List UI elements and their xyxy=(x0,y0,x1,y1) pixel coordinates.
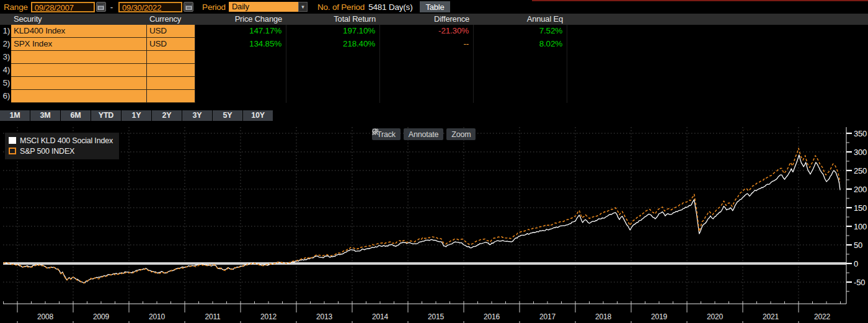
column-header-difference: Difference xyxy=(380,14,474,25)
table-row: 6) xyxy=(0,90,868,103)
chart-plot[interactable]: 2008200920102011201220132014201520162017… xyxy=(0,122,868,323)
row-number[interactable]: 3) xyxy=(0,51,11,64)
y-axis-tick-label: 200 xyxy=(854,185,867,194)
x-axis-year-label: 2014 xyxy=(372,312,388,321)
currency-input[interactable] xyxy=(147,51,195,64)
x-axis-year-label: 2012 xyxy=(260,312,277,321)
range-start-input[interactable]: 09/28/2007 xyxy=(31,2,95,12)
row-number[interactable]: 1) xyxy=(0,25,11,38)
x-axis-year-label: 2011 xyxy=(205,312,221,321)
security-input[interactable] xyxy=(11,51,147,64)
zoom-label: Zoom xyxy=(451,130,471,139)
range-label: Range xyxy=(4,2,28,12)
difference-value: -- xyxy=(380,38,474,51)
x-axis-year-label: 2008 xyxy=(37,312,53,321)
x-axis-year-label: 2017 xyxy=(539,312,556,321)
tab-10y[interactable]: 10Y xyxy=(243,110,273,121)
tab-6m[interactable]: 6M xyxy=(61,110,91,121)
price-change-value: 134.85% xyxy=(195,38,286,51)
security-input[interactable] xyxy=(11,90,147,103)
toolbar: Range 09/28/2007 - 09/30/2022 Period Dai… xyxy=(0,0,868,14)
y-axis: 350300250200150100500-50 xyxy=(846,127,867,304)
x-axis-year-label: 2018 xyxy=(595,312,611,321)
zoom-button[interactable]: Zoom xyxy=(446,128,476,140)
total-return-value: 218.40% xyxy=(286,38,380,51)
currency-input[interactable] xyxy=(147,64,195,77)
annotate-button[interactable]: Annotate xyxy=(404,128,443,140)
row-number[interactable]: 2) xyxy=(0,38,11,51)
annual-eq-value: 8.02% xyxy=(474,38,567,51)
security-input[interactable]: KLD400 Index xyxy=(11,25,147,38)
difference-value: -21.30% xyxy=(380,25,474,38)
white-series-swatch-icon xyxy=(9,137,16,144)
table-row: 4) xyxy=(0,64,868,77)
security-input[interactable]: SPX Index xyxy=(11,38,147,51)
column-header-price-change: Price Change xyxy=(195,14,286,25)
x-axis-year-label: 2021 xyxy=(763,312,779,321)
legend-item[interactable]: S&P 500 INDEX xyxy=(9,146,113,156)
bloomberg-comparative-returns-screen: Range 09/28/2007 - 09/30/2022 Period Dai… xyxy=(0,0,868,323)
table-button[interactable]: Table xyxy=(420,1,450,12)
legend-label: S&P 500 INDEX xyxy=(20,147,74,156)
calendar-button[interactable] xyxy=(184,2,193,12)
table-header-row: Security Currency Price Change Total Ret… xyxy=(0,14,868,25)
tab-3m[interactable]: 3M xyxy=(30,110,60,121)
chart-legend: MSCI KLD 400 Social Index S&P 500 INDEX xyxy=(5,133,119,159)
track-label: Track xyxy=(377,130,396,139)
calendar-icon xyxy=(97,4,104,11)
security-input[interactable] xyxy=(11,77,147,90)
legend-item[interactable]: MSCI KLD 400 Social Index xyxy=(9,135,113,146)
tab-5y[interactable]: 5Y xyxy=(213,110,242,121)
currency-input[interactable]: USD xyxy=(147,38,195,51)
tab-ytd[interactable]: YTD xyxy=(91,110,121,121)
x-axis-year-label: 2013 xyxy=(316,312,332,321)
range-end-input[interactable]: 09/30/2022 xyxy=(118,2,182,12)
range-tabs: 1M 3M 6M YTD 1Y 2Y 3Y 5Y 10Y xyxy=(0,110,273,121)
x-axis-year-label: 2009 xyxy=(93,312,109,321)
range-separator: - xyxy=(110,2,113,12)
table-row: 3) xyxy=(0,51,868,64)
zoom-icon xyxy=(372,128,379,135)
x-axis-year-label: 2022 xyxy=(814,312,830,321)
x-axis-year-label: 2015 xyxy=(428,312,444,321)
currency-input[interactable] xyxy=(147,77,195,90)
y-axis-tick-label: 0 xyxy=(854,259,858,268)
securities-table: Security Currency Price Change Total Ret… xyxy=(0,14,868,103)
security-input[interactable] xyxy=(11,64,147,77)
currency-input[interactable] xyxy=(147,90,195,103)
tab-3y[interactable]: 3Y xyxy=(182,110,212,121)
row-number[interactable]: 4) xyxy=(0,64,11,77)
row-number[interactable]: 6) xyxy=(0,90,11,103)
num-period-value: 5481 Day(s) xyxy=(368,2,412,12)
num-period-label: No. of Period xyxy=(317,2,365,12)
x-axis-year-label: 2010 xyxy=(149,312,165,321)
chevron-down-icon[interactable]: ▾ xyxy=(298,2,308,12)
y-axis-tick-label: 150 xyxy=(854,203,867,213)
y-axis-tick-label: 250 xyxy=(854,166,867,175)
y-axis-tick-label: 100 xyxy=(854,222,867,231)
column-header-security: Security xyxy=(11,14,147,25)
tab-2y[interactable]: 2Y xyxy=(152,110,182,121)
x-axis: 2008200920102011201220132014201520162017… xyxy=(3,301,846,323)
table-row: 2) SPX Index USD 134.85% 218.40% -- 8.02… xyxy=(0,38,868,51)
row-number[interactable]: 5) xyxy=(0,77,11,90)
x-axis-year-label: 2019 xyxy=(651,312,667,321)
orange-dashed-series-swatch-icon xyxy=(9,148,16,154)
x-axis-year-label: 2020 xyxy=(707,312,723,321)
column-header-currency: Currency xyxy=(147,14,195,25)
chart-toolbar: Track Annotate Zoom xyxy=(372,128,476,140)
y-axis-tick-label: -50 xyxy=(854,278,865,287)
tab-1m[interactable]: 1M xyxy=(0,110,30,121)
table-row: 5) xyxy=(0,77,868,90)
tab-1y[interactable]: 1Y xyxy=(122,110,151,121)
annotate-label: Annotate xyxy=(409,130,438,139)
period-label: Period xyxy=(202,2,226,12)
y-axis-tick-label: 50 xyxy=(854,241,862,250)
x-axis-year-label: 2016 xyxy=(484,312,500,321)
period-select[interactable]: Daily xyxy=(229,2,298,12)
currency-input[interactable]: USD xyxy=(147,25,195,38)
annual-eq-value: 7.52% xyxy=(474,25,567,38)
chart-area: 2008200920102011201220132014201520162017… xyxy=(0,122,868,323)
legend-label: MSCI KLD 400 Social Index xyxy=(20,136,113,145)
calendar-button[interactable] xyxy=(96,2,106,12)
